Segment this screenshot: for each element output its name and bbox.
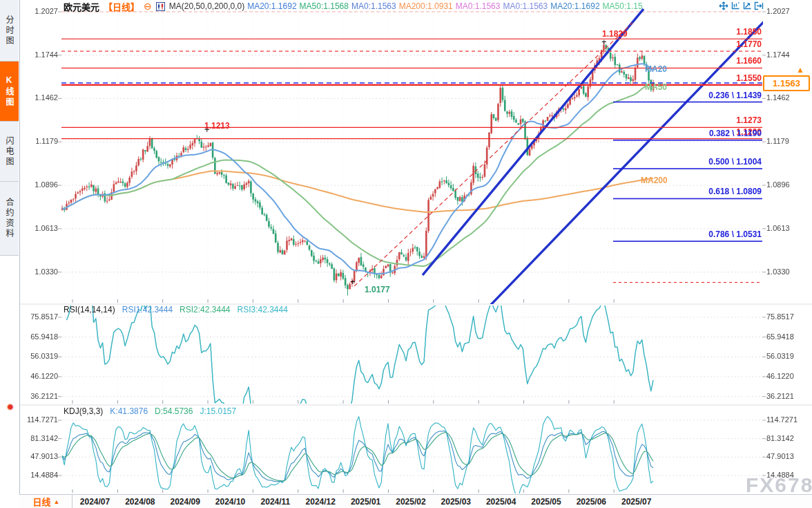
- date-label: 2025/05: [531, 497, 561, 507]
- ma-values: MA(20,50,0,200,0,0)MA20:1.1692MA50:1.156…: [169, 1, 646, 11]
- sidebar-tab-2[interactable]: 闪电图: [0, 122, 19, 182]
- symbol-name: 欧元美元: [64, 0, 99, 13]
- indicator-value: RSI1:42.3444: [122, 305, 173, 314]
- date-label: 2025/03: [441, 497, 471, 507]
- indicator-value: MA50:1.15: [603, 1, 643, 11]
- sidebar-tab-3[interactable]: 合约资料: [0, 182, 19, 256]
- indicator-value: J:15.0157: [200, 406, 236, 416]
- sidebar-tab-0[interactable]: 分时图: [0, 0, 19, 62]
- date-label: 2024/08: [125, 497, 155, 507]
- current-price-tag: 1.1563: [763, 75, 810, 91]
- candlestick-chart-icon: [156, 2, 165, 11]
- indicator-value: D:54.5736: [155, 406, 193, 416]
- date-label: 2024/09: [170, 497, 200, 507]
- indicator-value: MA50:1.1568: [300, 1, 349, 11]
- date-label: 2024/10: [215, 497, 245, 507]
- indicator-value: RSI3:42.3444: [238, 305, 288, 314]
- indicator-value: MA(20,50,0,200,0,0): [169, 1, 244, 11]
- date-label: 2025/07: [621, 497, 651, 507]
- indicator-value: MA20:1.1692: [550, 1, 599, 11]
- chart-canvas[interactable]: [0, 0, 812, 508]
- sidebar-tab-1[interactable]: K线图: [0, 62, 19, 122]
- indicator-value: MA0:1.1563: [456, 1, 501, 11]
- exit-fullscreen-icon[interactable]: [754, 1, 764, 10]
- watermark: FX678: [746, 473, 812, 497]
- indicator-value: MA0:1.1563: [503, 1, 548, 11]
- starburst-icon[interactable]: ✹: [6, 402, 14, 412]
- collapse-icon[interactable]: ⊖: [144, 1, 152, 11]
- chart-header: 欧元美元 【日线】 ⊖ MA(20,50,0,200,0,0)MA20:1.16…: [19, 0, 812, 12]
- date-label: 2025/04: [486, 497, 516, 507]
- indicator-value: KDJ(9,3,3): [64, 406, 103, 416]
- price-up-arrow-icon: ▲: [796, 66, 804, 74]
- period-selector-label: 日线: [33, 495, 51, 508]
- date-label: 2025/06: [577, 497, 606, 507]
- indicator-value: RSI2:42.3444: [180, 305, 230, 314]
- triangle-up-icon: ▲: [54, 498, 60, 505]
- date-label: 2025/01: [351, 497, 380, 507]
- date-label: 2024/12: [306, 497, 336, 507]
- pan-icon[interactable]: [719, 1, 728, 10]
- indicator-value: MA20:1.1692: [247, 1, 296, 11]
- date-label: 2025/02: [396, 497, 425, 507]
- indicator-value: MA200:1.0931: [399, 1, 453, 11]
- indicator-value: K:41.3876: [110, 406, 148, 416]
- rsi-header: RSI(14,14,14)RSI1:42.3444RSI2:42.3444RSI…: [64, 305, 295, 314]
- period-selector[interactable]: 日线 ▲: [21, 495, 72, 508]
- date-label: 2024/11: [261, 497, 291, 507]
- chart-toolbar: [719, 1, 764, 10]
- axis-arrow-icon[interactable]: [742, 1, 752, 10]
- kdj-header: KDJ(9,3,3)K:41.3876D:54.5736J:15.0157: [64, 406, 243, 416]
- current-price-value: 1.1563: [773, 78, 800, 88]
- timeline-bar: 日线 ▲ 2024/072024/082024/092024/102024/11…: [19, 494, 812, 508]
- indicator-value: MA0:1.1563: [351, 1, 396, 11]
- indicator-value: RSI(14,14,14): [64, 305, 115, 314]
- timeframe-label: 【日线】: [104, 0, 139, 13]
- axis-scale-icon[interactable]: [731, 1, 740, 10]
- date-label: 2024/07: [80, 497, 110, 507]
- trading-chart-app: 分时图K线图闪电图合约资料 ✹ 欧元美元 【日线】 ⊖ MA(20,50,0,2…: [0, 0, 812, 508]
- sidebar: 分时图K线图闪电图合约资料: [0, 0, 20, 508]
